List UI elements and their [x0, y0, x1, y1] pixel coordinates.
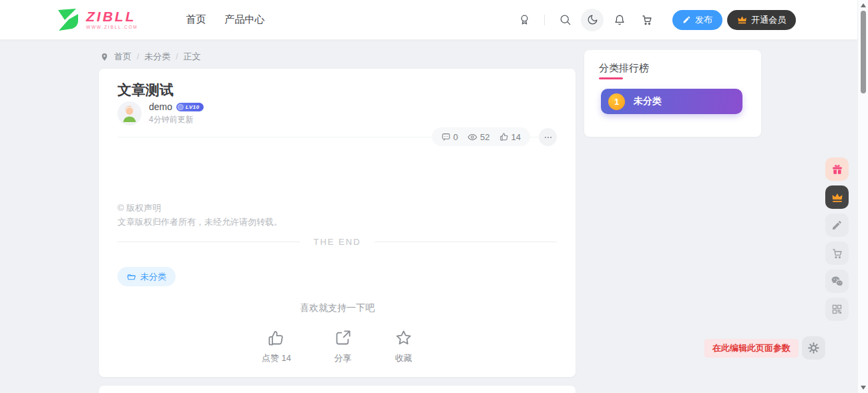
- breadcrumb-home[interactable]: 首页: [114, 51, 132, 63]
- share-icon: [334, 329, 352, 347]
- views-stat: 52: [467, 132, 489, 142]
- breadcrumb-current: 正文: [184, 51, 201, 63]
- nav-divider: [544, 15, 545, 25]
- author-avatar[interactable]: [118, 101, 142, 125]
- level-text: LV10: [186, 104, 200, 110]
- end-divider-label: THE END: [313, 237, 361, 247]
- comments-stat[interactable]: 0: [441, 132, 458, 142]
- article-card: 文章测试 demo LV10 4分钟前更新: [99, 69, 576, 377]
- thumbs-up-icon: [267, 329, 285, 347]
- share-button-label: 分享: [335, 352, 352, 364]
- gift-icon[interactable]: [825, 157, 849, 181]
- more-options-icon[interactable]: [539, 128, 557, 146]
- qrcode-icon[interactable]: [825, 298, 849, 321]
- rank-badge: 1: [608, 93, 625, 110]
- floating-toolbar: [825, 157, 849, 321]
- folder-icon: [127, 272, 136, 282]
- bell-icon[interactable]: [608, 9, 631, 31]
- likes-count: 14: [511, 132, 521, 142]
- end-divider: THE END: [118, 237, 557, 247]
- author-row: demo LV10 4分钟前更新: [118, 101, 204, 125]
- scrollbar-thumb[interactable]: [861, 11, 866, 93]
- location-pin-icon: [100, 53, 109, 61]
- wechat-icon[interactable]: [825, 270, 849, 293]
- pencil-icon[interactable]: [825, 214, 849, 237]
- vip-crown-icon[interactable]: [825, 185, 849, 209]
- stats-group: 0 52 14: [432, 127, 530, 146]
- moon-icon[interactable]: [581, 9, 604, 31]
- likes-stat[interactable]: 14: [499, 132, 521, 142]
- scroll-down-icon[interactable]: [861, 386, 866, 390]
- level-dot-icon: [178, 104, 184, 110]
- vip-label: 开通会员: [751, 14, 786, 26]
- copyright-title: © 版权声明: [118, 201, 282, 215]
- logo-name: ZIBLL: [86, 9, 138, 23]
- updated-time: 4分钟前更新: [149, 114, 204, 125]
- category-tag-label: 未分类: [140, 271, 166, 283]
- next-section-card: [99, 386, 576, 393]
- page-editor-tip-row: 在此编辑此页面参数: [704, 336, 825, 360]
- logo-domain: WWW.ZIBLL.COM: [86, 25, 138, 30]
- article-actions: 点赞 14 分享 收藏: [99, 329, 576, 364]
- pencil-icon: [682, 15, 691, 24]
- author-level-badge: LV10: [176, 103, 204, 111]
- like-button-label: 点赞 14: [262, 352, 291, 364]
- category-tag[interactable]: 未分类: [118, 267, 176, 286]
- vip-button[interactable]: 开通会员: [727, 10, 796, 30]
- logo-mark-icon: [56, 8, 80, 32]
- copyright-text: 文章版权归作者所有，未经允许请勿转载。: [118, 215, 282, 229]
- star-icon: [395, 329, 413, 347]
- like-button[interactable]: 点赞 14: [262, 329, 291, 364]
- cart-icon[interactable]: [636, 9, 658, 31]
- cart-icon[interactable]: [825, 242, 849, 265]
- widget-title: 分类排行榜: [599, 62, 649, 79]
- breadcrumb-separator: /: [176, 52, 178, 61]
- comments-count: 0: [453, 132, 458, 142]
- main-nav: 首页 产品中心: [186, 13, 265, 26]
- nav-link-home[interactable]: 首页: [186, 13, 206, 26]
- favorite-button[interactable]: 收藏: [395, 329, 413, 364]
- article-title: 文章测试: [118, 81, 174, 99]
- scroll-up-icon[interactable]: [861, 3, 866, 7]
- top-navbar: ZIBLL WWW.ZIBLL.COM 首页 产品中心: [0, 0, 857, 40]
- article-stats-row: 0 52 14: [118, 127, 557, 146]
- support-text: 喜欢就支持一下吧: [99, 302, 576, 314]
- editor-tip-label: 在此编辑此页面参数: [704, 339, 799, 358]
- comment-icon: [441, 132, 451, 141]
- ranking-item-uncategorized[interactable]: 1 未分类: [601, 89, 742, 114]
- page-scrollbar[interactable]: [857, 0, 868, 393]
- favorite-button-label: 收藏: [395, 352, 413, 364]
- nav-link-products[interactable]: 产品中心: [225, 13, 265, 26]
- thumbs-up-icon: [499, 132, 509, 141]
- breadcrumb-category[interactable]: 未分类: [144, 51, 170, 63]
- rank-label: 未分类: [634, 95, 662, 107]
- search-icon[interactable]: [554, 9, 576, 31]
- breadcrumb-separator: /: [137, 52, 139, 61]
- publish-label: 发布: [695, 14, 712, 26]
- site-logo[interactable]: ZIBLL WWW.ZIBLL.COM: [56, 8, 138, 32]
- gear-icon[interactable]: [802, 336, 825, 360]
- medal-icon[interactable]: [513, 9, 535, 31]
- breadcrumb: 首页 / 未分类 / 正文: [100, 51, 201, 63]
- share-button[interactable]: 分享: [334, 329, 352, 364]
- author-name[interactable]: demo: [149, 101, 172, 112]
- sidebar-ranking-widget: 分类排行榜 1 未分类: [584, 50, 761, 137]
- publish-button[interactable]: 发布: [672, 10, 722, 30]
- copyright-notice: © 版权声明 文章版权归作者所有，未经允许请勿转载。: [118, 201, 282, 229]
- views-count: 52: [480, 132, 489, 142]
- crown-icon: [737, 15, 747, 25]
- eye-icon: [467, 132, 477, 142]
